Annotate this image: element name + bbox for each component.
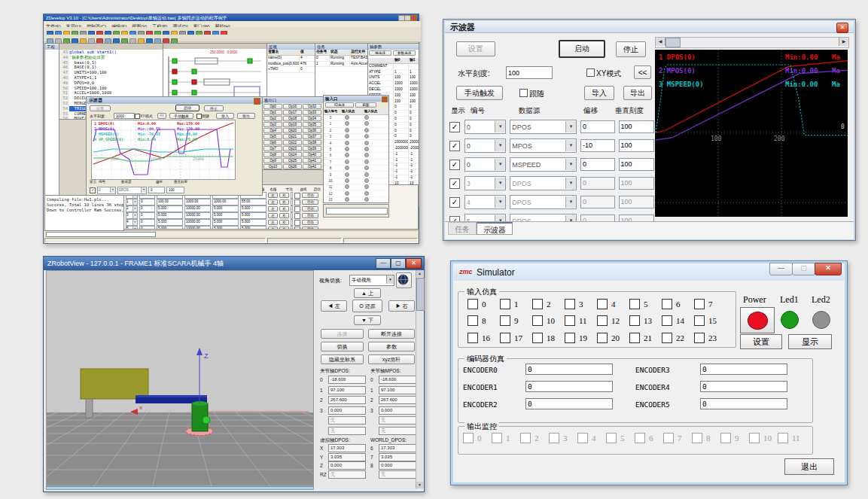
ide-scope-close-icon[interactable] xyxy=(254,98,260,105)
connect-button[interactable]: 连接 xyxy=(321,329,364,339)
op-button[interactable]: Op16 xyxy=(283,104,302,109)
scroll-right-icon[interactable]: ▶ xyxy=(839,38,848,46)
simulator-close-button[interactable]: ✕ xyxy=(815,263,842,275)
op-button[interactable]: Op24 xyxy=(283,152,302,157)
jog-distance-input[interactable] xyxy=(291,192,293,199)
scope-h-scrollbar[interactable]: ◀ ▶ xyxy=(655,37,849,48)
mini-export-button[interactable]: 导出 xyxy=(237,113,255,119)
op-button[interactable]: Op37 xyxy=(303,134,321,139)
scope-stop-button[interactable]: 停止 xyxy=(616,41,646,57)
chevron-down-icon[interactable]: ▾ xyxy=(565,159,576,170)
sim-checkbox[interactable]: 22 xyxy=(662,333,694,343)
sim-checkbox[interactable]: 17 xyxy=(500,333,532,343)
sim-checkbox[interactable]: 2 xyxy=(532,299,565,309)
exit-button[interactable]: 退出 xyxy=(784,458,834,475)
jog-distance-input[interactable] xyxy=(291,219,293,226)
manual-value-input[interactable]: 55.00 xyxy=(240,199,266,205)
channel-scale-input[interactable]: 100 xyxy=(166,187,184,193)
op-button[interactable]: Op35 xyxy=(303,122,321,127)
sim-checkbox[interactable]: 0 xyxy=(468,299,500,309)
manual-value-input[interactable]: 5.000 xyxy=(240,205,266,212)
op-button[interactable]: Op18 xyxy=(283,116,302,121)
import-button[interactable]: 导入 xyxy=(584,86,614,100)
console-pane[interactable]: Compiling file:Hw1.plc...Success, Total … xyxy=(44,195,124,231)
sim-display-button[interactable]: 显示 xyxy=(788,334,832,349)
op-button[interactable]: Op38 xyxy=(303,140,321,145)
mini-hscale-input[interactable] xyxy=(114,113,135,119)
sim-checkbox[interactable]: 14 xyxy=(662,315,694,326)
input-ports-close-icon[interactable] xyxy=(382,96,388,102)
axis-select[interactable]: 5▾ xyxy=(126,226,138,230)
channel-offset-input[interactable]: 0 xyxy=(580,177,614,190)
encoder1-input[interactable] xyxy=(525,381,613,392)
channel-number-select[interactable]: 0▾ xyxy=(464,157,506,172)
chevron-down-icon[interactable]: ▾ xyxy=(132,220,137,225)
jog-distance-input[interactable] xyxy=(291,199,293,205)
axis-select[interactable]: 1▾ xyxy=(126,199,138,205)
checkbox-box[interactable] xyxy=(468,315,478,326)
encoder0-input[interactable] xyxy=(525,364,613,375)
checkbox-box[interactable] xyxy=(468,299,478,309)
mini-start-button[interactable]: 启动 xyxy=(175,105,199,111)
channel-source-select[interactable]: DPOS▾ xyxy=(510,176,577,190)
checkbox-box[interactable] xyxy=(500,333,510,343)
nav-left-button[interactable]: ◀ 左 xyxy=(321,300,347,312)
sim-checkbox[interactable]: 11 xyxy=(565,315,597,326)
tab-scope[interactable]: 示波器 xyxy=(477,222,513,235)
jog-left-button[interactable]: 左 xyxy=(268,220,278,226)
manual-value-input[interactable]: 5.000 xyxy=(212,219,239,226)
op-button[interactable]: Op33 xyxy=(303,110,321,115)
nav-reset-button[interactable]: ⭘ 还原 xyxy=(352,300,382,312)
checkbox-box[interactable] xyxy=(629,299,640,309)
manual-trigger-button[interactable]: 手动触发 xyxy=(456,86,503,100)
checkbox-box[interactable] xyxy=(597,299,608,309)
chevron-down-icon[interactable]: ▾ xyxy=(565,140,576,151)
op-button[interactable]: Op5 xyxy=(263,134,282,139)
continuous-checkbox[interactable] xyxy=(294,213,300,219)
follow-checkbox[interactable] xyxy=(519,89,528,97)
sim-checkbox[interactable]: 8 xyxy=(468,315,500,326)
manual-value-input[interactable]: 5.000 xyxy=(157,226,183,230)
go-button[interactable]: 启动 xyxy=(302,199,318,205)
view-mode-select[interactable]: 手动视角 ▾ xyxy=(349,275,394,286)
simulator-maximize-button[interactable]: ▢ xyxy=(792,263,815,275)
op-button[interactable]: Op26 xyxy=(283,164,302,169)
op-button[interactable]: Op0 xyxy=(263,104,282,109)
chevron-down-icon[interactable]: ▾ xyxy=(141,187,146,193)
params-button[interactable]: 参数 xyxy=(368,342,415,351)
sim-checkbox[interactable]: 13 xyxy=(629,315,662,326)
channel-number-select[interactable]: 0▾ xyxy=(464,120,506,134)
sim-checkbox[interactable]: 20 xyxy=(597,333,629,343)
online-command-input[interactable] xyxy=(46,232,156,237)
jog-distance-input[interactable] xyxy=(291,212,293,219)
manual-value-input[interactable]: 0 xyxy=(139,219,155,226)
op-button[interactable]: Op23 xyxy=(283,146,302,151)
robotview-minimize-button[interactable]: — xyxy=(376,258,391,269)
op-button[interactable]: Op7 xyxy=(263,146,282,151)
channel-offset-input[interactable]: 0 xyxy=(580,196,614,208)
channel-scale-input[interactable]: 100 xyxy=(619,139,654,152)
channel-offset-input[interactable]: -10 xyxy=(580,139,614,152)
sim-checkbox[interactable]: 7 xyxy=(694,299,726,309)
manual-value-input[interactable]: 100.00 xyxy=(157,199,183,205)
checkbox-box[interactable] xyxy=(662,315,672,326)
sim-settings-button[interactable]: 设置 xyxy=(740,334,782,349)
checkbox-box[interactable] xyxy=(629,315,640,326)
channel-number-select[interactable]: 4▾ xyxy=(464,195,506,209)
scope-close-button[interactable]: ✕ xyxy=(836,23,848,33)
axis-select-button[interactable]: 轴选择 xyxy=(369,50,391,56)
encoder4-input[interactable] xyxy=(700,381,787,392)
op-button[interactable]: Op39 xyxy=(303,146,321,151)
sim-checkbox[interactable]: 21 xyxy=(629,333,662,343)
manual-value-input[interactable]: 0 xyxy=(139,212,155,219)
encoder2-input[interactable] xyxy=(525,398,613,409)
chevron-down-icon[interactable]: ▾ xyxy=(565,121,576,132)
manual-value-input[interactable]: 5.000 xyxy=(240,212,266,219)
op-button[interactable]: Op41 xyxy=(303,158,321,163)
nav-up-button[interactable]: ▲ 上 xyxy=(354,288,381,298)
coords-toggle-button[interactable]: 隐藏坐标系 xyxy=(321,354,364,364)
jog-right-button[interactable]: 右 xyxy=(279,220,289,226)
op-button[interactable]: Op34 xyxy=(303,116,321,121)
nav-down-button[interactable]: ▼ 下 xyxy=(354,315,381,325)
tab-tasks[interactable]: 任务 xyxy=(448,222,477,235)
